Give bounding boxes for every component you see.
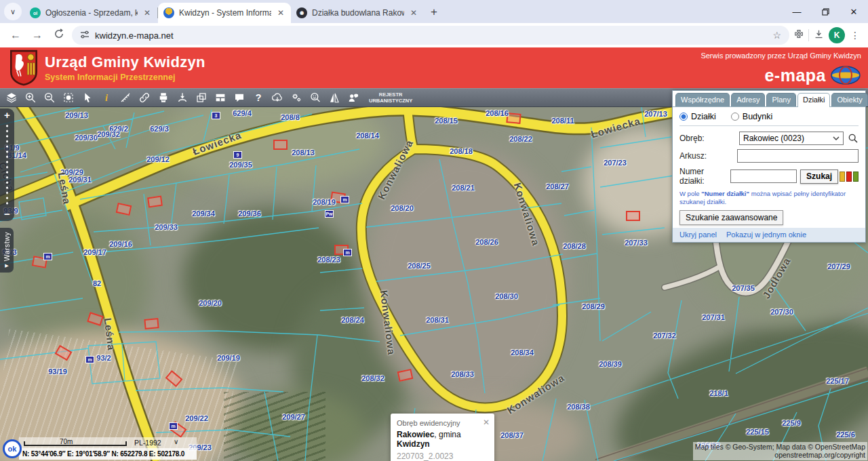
search-icon[interactable]: [848, 133, 859, 144]
screen: ∨ ol Ogłoszenia - Sprzedam, kupię n ✕ Kw…: [0, 0, 868, 461]
tab-dzialki[interactable]: Działki: [797, 93, 830, 107]
divider: [808, 29, 809, 41]
comment-icon[interactable]: [233, 92, 245, 104]
search-panel: Współrzędne Adresy Plany Działki Obiekty…: [672, 90, 866, 243]
emapa-globe-icon: [830, 65, 861, 85]
close-icon[interactable]: ✕: [276, 8, 285, 18]
address-bar[interactable]: kwidzyn.e-mapa.net ☆: [72, 26, 789, 45]
measure-icon[interactable]: [119, 92, 132, 104]
street-marker-icon[interactable]: [176, 92, 189, 104]
zoom-in-button[interactable]: +: [4, 108, 10, 122]
profile-avatar[interactable]: K: [829, 27, 845, 43]
olx-icon: ol: [30, 7, 41, 18]
legend-yellow-swatch: [840, 172, 845, 182]
site-subtitle: System Informacji Przestrzennej: [45, 73, 205, 82]
cloud-download-icon[interactable]: [271, 92, 283, 104]
ok-badge[interactable]: ok: [3, 439, 22, 458]
arkusz-input[interactable]: [737, 149, 859, 163]
tab-obiekty[interactable]: Obiekty: [831, 93, 867, 106]
url-text: kwidzyn.e-mapa.net: [95, 31, 174, 41]
expand-arrow-icon: ▶: [5, 263, 8, 268]
panel-tabs: Współrzędne Adresy Plany Działki Obiekty…: [673, 91, 865, 107]
zoom-out-icon[interactable]: [43, 92, 56, 104]
forward-button[interactable]: →: [28, 29, 46, 41]
legend-red-swatch: [846, 172, 852, 182]
download-icon[interactable]: [813, 28, 825, 43]
close-icon[interactable]: ✕: [142, 8, 152, 18]
rejestr-urbanistyczny-button[interactable]: REJESTR URBANISTYCZNY: [369, 92, 412, 104]
listing-icon: ◉: [296, 7, 307, 18]
layers-panel-tab[interactable]: Warstwy ▶: [0, 228, 14, 273]
info-icon[interactable]: i: [100, 92, 113, 104]
close-icon[interactable]: ✕: [483, 418, 490, 427]
emapa-icon: [163, 7, 174, 18]
zoom-slider[interactable]: [0, 123, 14, 206]
layout-icon[interactable]: [214, 92, 226, 104]
attribution-link[interactable]: openstreetmap.org/copyright: [695, 451, 865, 460]
close-window-button[interactable]: ✕: [840, 0, 868, 23]
bookmark-star-icon[interactable]: ☆: [772, 30, 781, 41]
back-button[interactable]: ←: [7, 29, 24, 41]
tab-title: Działka budowlana Rakowiec: [312, 8, 404, 18]
advanced-search-button[interactable]: Szukanie zaawansowane: [679, 210, 783, 225]
layers-icon[interactable]: [5, 92, 18, 104]
help-icon[interactable]: ?: [252, 92, 264, 104]
map-attribution: Map tiles © Geo-System; Map data © OpenS…: [693, 442, 867, 460]
legend-green-swatch: [853, 172, 859, 182]
link-icon[interactable]: [138, 92, 151, 104]
reload-button[interactable]: [50, 28, 68, 42]
zoom-in-icon[interactable]: [24, 92, 37, 104]
radio-dzialki-label[interactable]: Działki: [691, 112, 716, 121]
radio-dzialki[interactable]: [679, 113, 688, 121]
numer-dzialki-label: Numer działki:: [679, 167, 730, 186]
panel-footer: Ukryj panel Pokazuj w jednym oknie: [673, 228, 865, 242]
compare-icon[interactable]: [328, 92, 340, 104]
popup-name: Rakowiec, gmina Kwidzyn: [397, 430, 488, 449]
popup-kind: Obręb ewidencyjny: [397, 419, 488, 427]
tab-search-button[interactable]: ∨: [4, 3, 22, 20]
obreb-select[interactable]: Rakowiec (0023): [739, 132, 844, 145]
layers-tab-label: Warstwy: [3, 232, 11, 261]
service-note: Serwis prowadzony przez Urząd Gminy Kwid…: [701, 52, 861, 60]
tab-olx[interactable]: ol Ogłoszenia - Sprzedam, kupię n ✕: [24, 3, 157, 23]
close-icon[interactable]: ✕: [409, 8, 418, 18]
search-profile-icon[interactable]: [309, 92, 321, 104]
tab-listing[interactable]: ◉ Działka budowlana Rakowiec ✕: [291, 3, 424, 23]
new-tab-button[interactable]: +: [431, 5, 437, 19]
zoom-control[interactable]: + −: [0, 108, 14, 221]
svg-text:?: ?: [256, 92, 262, 103]
emapa-brand: e-mapa: [764, 66, 826, 85]
hide-panel-link[interactable]: Ukryj panel: [679, 230, 717, 239]
szukaj-button[interactable]: Szukaj: [800, 169, 838, 184]
feedback-icon[interactable]: [347, 92, 359, 104]
tab-adresy[interactable]: Adresy: [731, 93, 765, 106]
copy-view-icon[interactable]: [195, 92, 208, 104]
tab-emapa[interactable]: Kwidzyn - System Informacji Prz ✕: [158, 3, 291, 23]
roads-yellow: [0, 107, 678, 461]
crs-selector[interactable]: PL-1992: [134, 439, 161, 447]
extensions-icon[interactable]: [793, 28, 804, 42]
radio-budynki-label[interactable]: Budynki: [743, 112, 772, 121]
minimize-button[interactable]: —: [783, 0, 811, 23]
numer-dzialki-input[interactable]: [730, 169, 797, 183]
maximize-button[interactable]: [811, 0, 840, 23]
scale-bracket: [24, 441, 127, 446]
browser-menu-icon[interactable]: ⋮: [849, 30, 861, 41]
tab-plany[interactable]: Plany: [766, 93, 796, 106]
window-controls: — ✕: [783, 0, 868, 23]
chevron-down-icon: [833, 136, 840, 140]
kwidzyn-crest-logo: [9, 49, 38, 86]
site-title: Urząd Gminy Kwidzyn: [45, 54, 205, 71]
select-area-icon[interactable]: [62, 92, 75, 104]
print-icon[interactable]: [157, 92, 170, 104]
tab-wspolrzedne[interactable]: Współrzędne: [675, 93, 730, 106]
radio-budynki[interactable]: [731, 113, 739, 121]
popup-code: 220703_2.0023: [397, 452, 488, 461]
site-info-icon[interactable]: [80, 30, 90, 41]
zoom-out-button[interactable]: −: [4, 207, 10, 221]
pointer-icon[interactable]: [81, 92, 94, 104]
search-hint: W pole "Numer działki" można wpisać pełn…: [679, 190, 859, 206]
single-window-link[interactable]: Pokazuj w jednym oknie: [726, 230, 806, 239]
chevron-down-icon[interactable]: ∨: [174, 438, 178, 445]
settings-icon[interactable]: [290, 92, 302, 104]
